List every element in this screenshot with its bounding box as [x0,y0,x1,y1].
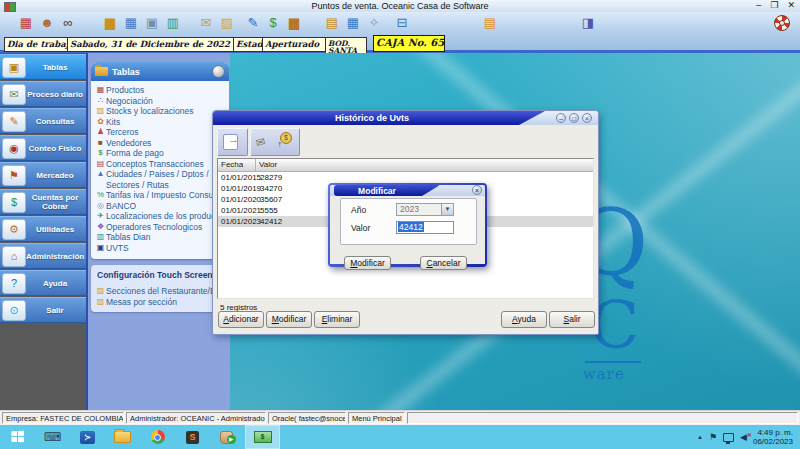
sidebar-item-tablas[interactable]: ▣ Tablas [0,54,86,80]
money-icon[interactable]: $ [263,14,283,32]
cell-fecha: 01/01/2015 [218,172,256,183]
list-item-conceptos[interactable]: ▤Conceptos Transacciones [95,159,227,170]
modal-close-button[interactable]: × [472,185,482,195]
sellers-icon: ■ [95,138,106,149]
action-center-flag-icon[interactable]: ⚑ [709,432,717,442]
exit-door-icon[interactable]: ◨ [578,14,598,32]
list-item-negociacion[interactable]: ∴Negociación [95,96,227,107]
list-item-secciones-restaurante[interactable]: ▨Secciones del Restaurante/B [95,286,227,297]
modal-modificar-button[interactable]: Modificar [344,256,391,270]
spreadsheet-icon[interactable]: ▦ [121,14,141,32]
column-header-fecha[interactable]: Fecha [218,159,256,171]
salir-button[interactable]: Salir [549,311,595,328]
kits-icon: ✿ [95,117,106,128]
clock[interactable]: 4:49 p. m. 06/02/2023 [753,428,793,446]
taskbar-sublime[interactable]: S [175,425,210,449]
cell-valor: 5555 [256,205,278,216]
tables-folder-icon: ▨ [95,297,106,308]
transactions-icon: ▤ [95,159,106,170]
sidebar-item-ayuda[interactable]: ? Ayuda [0,270,86,296]
list-item-tarifas-iva[interactable]: %Tarifas iva / Impuesto Consu [95,190,227,201]
taskbar-chrome[interactable] [140,425,175,449]
edit-icon[interactable]: ✎ [243,14,263,32]
list-item-uvts[interactable]: ▣UVTS [95,243,227,254]
address-book-icon[interactable]: ▤ [480,14,500,32]
list-item-ciudades[interactable]: ▲Ciudades / Paises / Dptos / Sectores / … [95,169,227,190]
list-item-vendedores[interactable]: ■Vendedores [95,138,227,149]
taskbar-pos-app-active[interactable]: $ [245,425,280,449]
barcode-icon[interactable]: ▥ [163,14,183,32]
dialog-exit-button[interactable]: → [217,128,248,156]
volume-muted-icon[interactable]: ◀✕ [740,432,747,442]
list-item-operadores[interactable]: ❖Operadores Tecnologicos [95,222,227,233]
status-oracle: Oracle( fastec@snoceanic) [268,412,346,424]
dialog-maximize-button[interactable]: □ [569,113,579,123]
list-item-stocks[interactable]: ▨Stocks y localizaciones [95,106,227,117]
taskbar-database[interactable]: ▶ [210,425,245,449]
list-item-label: Localizaciones de los produc [106,211,215,222]
system-tray: ▲ ⚑ ◀✕ 4:49 p. m. 06/02/2023 [697,428,800,446]
list-item-kits[interactable]: ✿Kits [95,117,227,128]
table-row[interactable]: 01/01/2015 28279 [218,172,593,183]
tech-operators-icon: ❖ [95,222,106,233]
column-header-valor[interactable]: Valor [256,159,593,171]
sidebar-item-label: Consultas [26,117,86,126]
tray-expand-icon[interactable]: ▲ [697,434,703,440]
key-icon[interactable]: ✧ [364,14,384,32]
list-item-localizaciones[interactable]: ✈Localizaciones de los produc [95,211,227,222]
ledger-icon[interactable]: ▤ [322,14,342,32]
window-grid-icon[interactable]: ▦ [16,14,36,32]
sidebar-item-proceso-diario[interactable]: ✉ Proceso diario [0,81,86,107]
maximize-button[interactable]: ❐ [770,0,778,10]
cell-fecha: 01/01/2023 [218,216,256,227]
users-icon[interactable]: ☻ [37,14,57,32]
sidebar-item-salir[interactable]: ⊙ Salir [0,297,86,323]
sidebar-item-mercadeo[interactable]: ⚑ Mercadeo [0,162,86,188]
touch-screen-panel: Configuración Touch Screen ▨Secciones de… [91,265,229,312]
adicionar-button[interactable]: Adicionar [218,311,264,328]
dialog-close-button[interactable]: × [582,113,592,123]
valor-input[interactable]: 42412 [396,221,454,234]
ayuda-button[interactable]: Ayuda [501,311,547,328]
modal-cancelar-button[interactable]: Cancelar [420,256,467,270]
sidebar-item-consultas[interactable]: ✎ Consultas [0,108,86,134]
list-item-banco[interactable]: ◎BANCO [95,201,227,212]
dialog-minimize-button[interactable]: – [556,113,566,123]
list-item-mesas-por-seccion[interactable]: ▨Mesas por sección [95,297,227,308]
modificar-modal: Modificar × Año 2023 ▼ Valor 42412 Modif… [328,183,487,267]
sidebar-item-conteo-fisico[interactable]: ◉ Conteo Físico [0,135,86,161]
list-item-label: Tarifas iva / Impuesto Consu [106,190,213,201]
combo-dropdown-icon[interactable]: ▼ [441,204,453,215]
archive-box-icon[interactable]: ▆ [100,14,120,32]
panel-collapse-icon[interactable] [212,65,225,78]
start-button[interactable] [0,425,35,449]
list-item-terceros[interactable]: ♟Terceros [95,127,227,138]
ano-combobox[interactable]: 2023 ▼ [396,203,454,216]
data-table-icon[interactable]: ▦ [343,14,363,32]
binoculars-icon[interactable]: ∞ [58,14,78,32]
folder-icon[interactable]: ▨ [217,14,237,32]
list-item-tablas-dian[interactable]: ▥Tablas Dian [95,232,227,243]
mail-icon[interactable]: ✉ [196,14,216,32]
minimize-button[interactable]: – [756,0,761,10]
close-button[interactable]: ✕ [787,0,795,10]
dialog-uvt-money-button[interactable]: ✉ ↑ $ [250,128,300,156]
eliminar-button[interactable]: Eliminar [314,311,360,328]
taskbar-file-explorer[interactable] [105,425,140,449]
main-area: Q C ware ▣ Tablas ✉ Proceso diario ✎ Con [0,53,800,410]
sidebar-item-administracion[interactable]: ⌂ Administración [0,243,86,269]
sidebar-item-utilidades[interactable]: ⚙ Utilidades [0,216,86,242]
speaker-glyph: ◀ [740,432,747,442]
chart-monitor-icon[interactable]: ⊟ [392,14,412,32]
sidebar-item-cuentas-por-cobrar[interactable]: $ Cuentas por Cobrar [0,189,86,215]
network-icon[interactable] [723,433,734,442]
sidebar-item-label: Tablas [26,63,86,72]
taskbar-powershell[interactable]: ≻ [70,425,105,449]
lifebuoy-help-icon[interactable] [774,15,790,31]
list-item-forma-de-pago[interactable]: $Forma de pago [95,148,227,159]
copy-icon[interactable]: ▣ [142,14,162,32]
list-item-productos[interactable]: ▦Productos [95,85,227,96]
package-icon[interactable]: ▆ [284,14,304,32]
taskbar-system-tools[interactable]: ⌨ [35,425,70,449]
modificar-button[interactable]: Modificar [266,311,312,328]
